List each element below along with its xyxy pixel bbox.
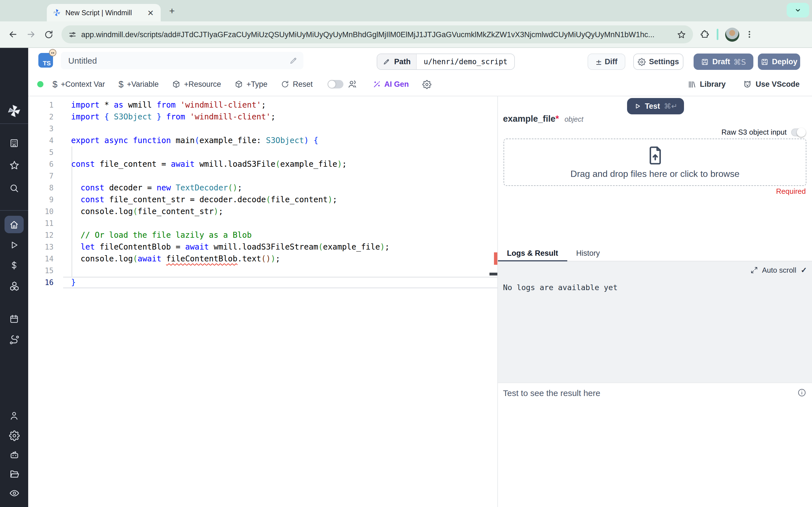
typescript-language-badge[interactable]: TS [38, 53, 53, 68]
argument-name: example_file [503, 114, 555, 124]
overview-ruler-error-marker [494, 252, 497, 265]
code-line[interactable]: // Or load the file lazily as a Blob [71, 229, 490, 241]
code-line[interactable] [71, 170, 490, 182]
test-button[interactable]: Test ⌘↵ [627, 98, 684, 114]
sidebar-item-runs[interactable] [0, 240, 28, 250]
sidebar-item-flows[interactable] [0, 335, 28, 345]
edit-pencil-icon [383, 58, 390, 65]
code-line[interactable]: const decoder = new TextDecoder(); [71, 182, 490, 194]
line-number: 5 [28, 147, 54, 158]
info-icon[interactable] [797, 388, 806, 397]
back-icon[interactable] [8, 29, 18, 40]
file-upload-icon [646, 145, 664, 166]
sidebar-item-workspace[interactable] [0, 138, 28, 148]
refresh-icon [281, 80, 289, 89]
tab-close-icon[interactable]: ✕ [146, 8, 155, 17]
expand-icon [751, 267, 758, 274]
overview-ruler-cursor-marker [490, 273, 497, 276]
library-button[interactable]: Library [688, 80, 726, 89]
check-icon: ✓ [801, 266, 807, 274]
reset-button[interactable]: Reset [281, 80, 313, 89]
app-sidebar [0, 48, 28, 507]
no-logs-message: No logs are available yet [503, 283, 617, 292]
auto-scroll-control[interactable]: Auto scroll ✓ [751, 266, 807, 274]
sidebar-item-variables[interactable] [0, 260, 28, 270]
forward-icon[interactable] [26, 29, 36, 40]
windmill-favicon [52, 8, 61, 17]
dollar-icon: $ [118, 79, 123, 89]
line-number: 15 [28, 265, 54, 277]
sidebar-item-resources[interactable] [0, 281, 28, 291]
user-icon [9, 411, 19, 421]
sidebar-item-settings[interactable] [0, 431, 28, 441]
sidebar-item-workers[interactable] [0, 450, 28, 460]
script-title-field[interactable]: Untitled [61, 52, 303, 69]
url-text: app.windmill.dev/scripts/add#JTdCJTIyaGF… [81, 30, 677, 39]
file-dropzone[interactable]: Drag and drop files here or click to bro… [504, 138, 806, 186]
diff-button[interactable]: ± Diff [588, 54, 625, 70]
code-line[interactable] [71, 147, 490, 158]
sidebar-item-favorites[interactable] [0, 160, 28, 171]
browser-tab[interactable]: New Script | Windmill ✕ [47, 4, 161, 21]
raw-s3-toggle[interactable] [791, 128, 806, 136]
browser-toolbar: app.windmill.dev/scripts/add#JTdCJTIyaGF… [0, 21, 812, 48]
profile-avatar[interactable] [725, 27, 739, 41]
tab-title: New Script | Windmill [65, 9, 146, 17]
deploy-button[interactable]: Deploy [758, 54, 800, 70]
tab-history[interactable]: History [567, 245, 609, 261]
sidebar-item-search[interactable] [0, 183, 28, 193]
bookmark-star-icon[interactable] [677, 30, 686, 39]
code-line[interactable]: import * as wmill from 'windmill-client'… [71, 99, 490, 111]
code-line[interactable]: import { S3Object } from 'windmill-clien… [71, 111, 490, 123]
address-bar[interactable]: app.windmill.dev/scripts/add#JTdCJTIyaGF… [61, 25, 693, 43]
line-number: 9 [28, 194, 54, 206]
tab-search-button[interactable] [786, 3, 809, 17]
reload-icon[interactable] [44, 30, 54, 39]
add-resource-button[interactable]: +Resource [172, 80, 221, 89]
add-context-var-button[interactable]: $ +Context Var [52, 79, 105, 89]
cubes-icon [9, 281, 19, 291]
sidebar-item-schedules[interactable] [0, 314, 28, 324]
sidebar-item-home[interactable] [4, 216, 24, 233]
code-line[interactable] [71, 123, 490, 135]
extensions-icon[interactable] [700, 29, 710, 40]
code-line[interactable] [71, 265, 490, 277]
code-line[interactable]: console.log(await fileContentBlob.text()… [71, 253, 490, 265]
plus-minus-icon: ± [596, 57, 602, 66]
multiplayer-toggle[interactable] [327, 80, 343, 89]
chevron-down-icon [794, 6, 802, 14]
editor-settings-gear-icon[interactable] [422, 80, 432, 89]
dollar-icon [9, 260, 19, 270]
star-icon [9, 160, 19, 171]
ai-gen-button[interactable]: AI Gen [372, 80, 409, 89]
sidebar-windmill-logo[interactable] [0, 104, 28, 118]
sidebar-item-folders[interactable] [0, 469, 28, 480]
code-editor[interactable]: 12345678910111213141516 import * as wmil… [28, 96, 497, 507]
use-vscode-button[interactable]: Use VScode [743, 79, 800, 89]
folder-open-icon [9, 469, 19, 480]
code-line[interactable]: const file_content = await wmill.loadS3F… [71, 158, 490, 170]
browser-menu-icon[interactable] [745, 29, 754, 40]
sidebar-item-audit-logs[interactable] [0, 488, 28, 499]
code-line[interactable]: const file_content_str = decoder.decode(… [71, 194, 490, 206]
code-line[interactable]: console.log(file_content_str); [71, 206, 490, 217]
code-line[interactable]: let fileContentBlob = await wmill.loadS3… [71, 241, 490, 253]
settings-button[interactable]: Settings [633, 54, 683, 70]
code-line[interactable]: } [71, 277, 490, 288]
eye-icon [9, 488, 19, 499]
add-type-label: +Type [246, 80, 267, 89]
sidebar-item-user[interactable] [0, 411, 28, 421]
draft-label: Draft [712, 57, 730, 66]
argument-type: object [564, 115, 583, 123]
draft-button[interactable]: Draft ⌘S [694, 54, 753, 70]
code-line[interactable]: export async function main(example_file:… [71, 135, 490, 147]
script-path-chip[interactable]: Path u/henri/demo_script [377, 54, 515, 70]
add-type-button[interactable]: +Type [235, 80, 267, 89]
site-settings-icon[interactable] [68, 30, 77, 39]
line-number: 13 [28, 241, 54, 253]
code-line[interactable] [71, 217, 490, 229]
divider [0, 123, 28, 124]
new-tab-button[interactable]: + [169, 6, 175, 16]
tab-logs-result[interactable]: Logs & Result [498, 245, 567, 261]
add-variable-button[interactable]: $ +Variable [118, 79, 159, 89]
